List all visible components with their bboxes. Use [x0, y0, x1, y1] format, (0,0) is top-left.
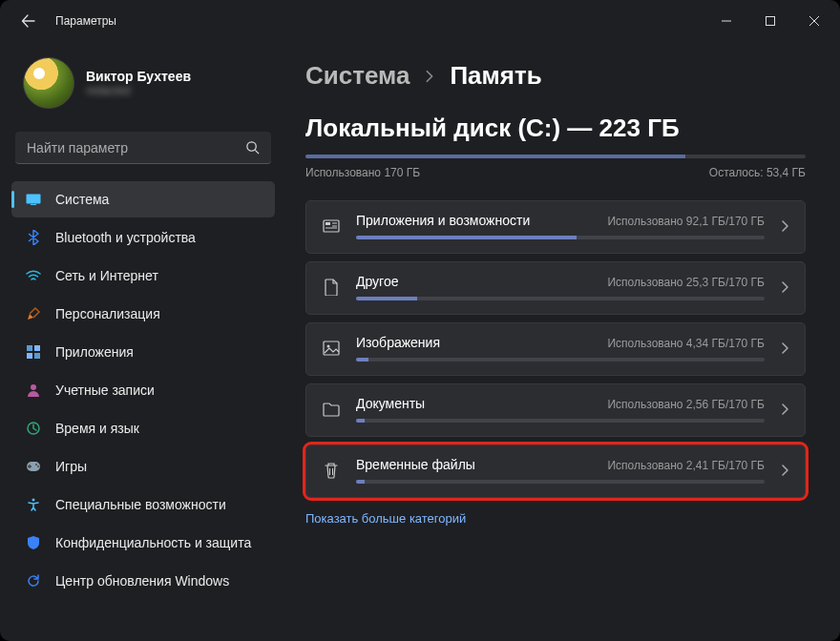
sidebar-item-label: Игры — [55, 459, 87, 474]
sidebar-item-games[interactable]: Игры — [11, 448, 275, 485]
category-images[interactable]: ИзображенияИспользовано 4,34 ГБ/170 ГБ — [305, 322, 806, 376]
sidebar-item-label: Центр обновления Windows — [55, 573, 229, 589]
user-card[interactable]: Виктор Бухтеев redacted — [11, 42, 275, 128]
disk-title: Локальный диск (C:) — 223 ГБ — [305, 114, 806, 143]
documents-icon — [322, 400, 341, 419]
category-body: Приложения и возможностиИспользовано 92,… — [356, 213, 765, 239]
close-button[interactable] — [792, 6, 836, 36]
arrow-left-icon — [21, 13, 36, 29]
category-title: Другое — [356, 274, 398, 289]
images-icon — [322, 339, 341, 358]
sidebar-item-label: Персонализация — [55, 306, 160, 321]
apps-icon — [322, 217, 341, 236]
breadcrumb-parent[interactable]: Система — [305, 61, 410, 91]
sidebar-item-system[interactable]: Система — [11, 181, 275, 217]
category-usage-label: Использовано 25,3 ГБ/170 ГБ — [607, 276, 765, 289]
category-usage-bar — [356, 419, 765, 423]
sidebar-item-apps[interactable]: Приложения — [11, 334, 275, 370]
chevron-right-icon — [780, 464, 789, 477]
category-usage-label: Использовано 92,1 ГБ/170 ГБ — [607, 215, 765, 228]
disk-usage-bar — [305, 155, 806, 158]
sidebar-item-label: Время и язык — [55, 421, 139, 436]
temp-icon — [322, 461, 341, 480]
svg-rect-2 — [27, 195, 41, 204]
app-body: Виктор Бухтеев redacted СистемаBluetooth… — [0, 42, 840, 641]
privacy-icon — [25, 534, 42, 551]
search-box[interactable] — [15, 132, 271, 164]
category-title: Документы — [356, 396, 425, 411]
svg-rect-15 — [326, 222, 330, 225]
settings-window: Параметры Виктор Бухтеев redacted — [0, 0, 840, 641]
chevron-right-icon — [780, 280, 789, 294]
category-apps[interactable]: Приложения и возможностиИспользовано 92,… — [305, 200, 806, 254]
sidebar: Виктор Бухтеев redacted СистемаBluetooth… — [0, 42, 286, 641]
search-icon — [245, 140, 260, 155]
update-icon — [25, 572, 42, 589]
category-usage-label: Использовано 2,41 ГБ/170 ГБ — [607, 459, 765, 472]
svg-rect-5 — [34, 345, 40, 351]
back-button[interactable] — [15, 8, 42, 34]
maximize-icon — [766, 16, 775, 26]
category-usage-fill — [356, 358, 368, 362]
network-icon — [25, 267, 42, 284]
category-body: Временные файлыИспользовано 2,41 ГБ/170 … — [356, 457, 765, 484]
personalization-icon — [25, 305, 42, 322]
svg-point-1 — [247, 142, 256, 151]
nav-list: СистемаBluetooth и устройстваСеть и Инте… — [11, 181, 275, 599]
category-usage-bar — [356, 358, 765, 362]
games-icon — [25, 458, 42, 475]
category-usage-label: Использовано 4,34 ГБ/170 ГБ — [607, 337, 765, 350]
user-email: redacted — [86, 84, 191, 97]
sidebar-item-label: Специальные возможности — [55, 497, 226, 512]
category-body: ДругоеИспользовано 25,3 ГБ/170 ГБ — [356, 274, 765, 300]
sidebar-item-label: Конфиденциальность и защита — [55, 535, 251, 550]
disk-used-label: Использовано 170 ГБ — [305, 166, 420, 179]
accounts-icon — [25, 382, 42, 399]
minimize-icon — [722, 16, 731, 26]
sidebar-item-personalization[interactable]: Персонализация — [11, 296, 275, 332]
breadcrumb-current: Память — [450, 61, 541, 91]
chevron-right-icon — [780, 341, 789, 355]
category-usage-bar — [356, 480, 765, 484]
svg-rect-3 — [31, 204, 36, 205]
disk-usage-labels: Использовано 170 ГБ Осталось: 53,4 ГБ — [305, 166, 806, 179]
category-body: ИзображенияИспользовано 4,34 ГБ/170 ГБ — [356, 335, 765, 362]
svg-point-17 — [327, 345, 330, 348]
sidebar-item-bluetooth[interactable]: Bluetooth и устройства — [11, 219, 275, 256]
breadcrumb: Система Память — [305, 61, 806, 91]
show-more-link[interactable]: Показать больше категорий — [305, 511, 466, 526]
category-documents[interactable]: ДокументыИспользовано 2,56 ГБ/170 ГБ — [305, 383, 806, 437]
sidebar-item-update[interactable]: Центр обновления Windows — [11, 563, 275, 599]
svg-rect-7 — [34, 353, 40, 359]
category-body: ДокументыИспользовано 2,56 ГБ/170 ГБ — [356, 396, 765, 423]
user-name: Виктор Бухтеев — [86, 69, 191, 84]
category-usage-bar — [356, 236, 765, 239]
sidebar-item-label: Система — [55, 192, 109, 207]
sidebar-item-label: Учетные записи — [55, 383, 155, 398]
category-title: Временные файлы — [356, 457, 475, 472]
category-other[interactable]: ДругоеИспользовано 25,3 ГБ/170 ГБ — [305, 261, 806, 315]
category-list: Приложения и возможностиИспользовано 92,… — [305, 200, 806, 498]
svg-rect-6 — [27, 353, 32, 359]
category-usage-bar — [356, 297, 765, 300]
content-area: Система Память Локальный диск (C:) — 223… — [286, 42, 840, 641]
sidebar-item-privacy[interactable]: Конфиденциальность и защита — [11, 525, 275, 561]
minimize-button[interactable] — [704, 6, 748, 36]
sidebar-item-accessibility[interactable]: Специальные возможности — [11, 486, 275, 523]
window-controls — [704, 6, 836, 36]
category-usage-label: Использовано 2,56 ГБ/170 ГБ — [607, 398, 765, 411]
sidebar-item-network[interactable]: Сеть и Интернет — [11, 258, 275, 294]
sidebar-item-accounts[interactable]: Учетные записи — [11, 372, 275, 408]
search-input[interactable] — [27, 140, 245, 155]
time-icon — [25, 420, 42, 437]
maximize-button[interactable] — [748, 6, 792, 36]
chevron-right-icon — [780, 219, 789, 233]
accessibility-icon — [25, 496, 42, 513]
sidebar-item-label: Bluetooth и устройства — [55, 230, 196, 245]
svg-point-8 — [31, 384, 36, 390]
category-temp[interactable]: Временные файлыИспользовано 2,41 ГБ/170 … — [305, 445, 806, 498]
category-usage-fill — [356, 419, 365, 423]
bluetooth-icon — [25, 229, 42, 246]
svg-point-13 — [32, 499, 35, 502]
sidebar-item-time[interactable]: Время и язык — [11, 410, 275, 446]
